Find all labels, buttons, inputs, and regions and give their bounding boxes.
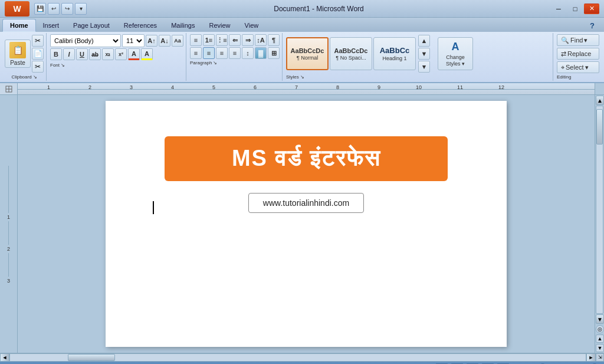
- change-styles-button[interactable]: A ChangeStyles ▾: [438, 37, 473, 70]
- prev-page-button[interactable]: ▲: [596, 335, 604, 343]
- sort-button[interactable]: ↕A: [255, 34, 267, 46]
- decrease-font-button[interactable]: A↓: [159, 35, 170, 47]
- styles-group: AaBbCcDc ¶ Normal AaBbCcDc ¶ No Spaci...…: [284, 33, 553, 81]
- style-no-spacing-label: ¶ No Spaci...: [336, 55, 366, 61]
- doc-scroll-area[interactable]: MS वर्ड इंटरफेस www.tutorialinhindi.com: [18, 95, 595, 353]
- tab-review[interactable]: Review: [202, 19, 237, 32]
- status-bar: Page: 1 of 1 Words: 0 ✓ English (United …: [0, 361, 604, 364]
- tab-mailings[interactable]: Mailings: [164, 19, 202, 32]
- align-left-button[interactable]: ≡: [190, 47, 202, 59]
- paragraph-label[interactable]: Paragraph ↘: [190, 60, 280, 65]
- align-center-button[interactable]: ≡: [203, 47, 215, 59]
- paste-button[interactable]: 📋 Paste: [5, 40, 31, 68]
- font-row-1: Calibri (Body) 11 A↑ A↓ Aa: [50, 34, 183, 47]
- vertical-scrollbar[interactable]: ▲ ▼ ◎ ▲ ▼: [595, 95, 604, 353]
- justify-button[interactable]: ≡: [229, 47, 241, 59]
- customize-qa-button[interactable]: ▾: [75, 3, 87, 15]
- multilevel-list-button[interactable]: ⋮≡: [216, 34, 228, 46]
- style-heading1-button[interactable]: AaBbCc Heading 1: [373, 37, 416, 70]
- bullets-button[interactable]: ≡: [190, 34, 202, 46]
- tab-insert[interactable]: Insert: [36, 19, 67, 32]
- styles-label[interactable]: Styles ↘: [286, 74, 550, 80]
- font-size-select[interactable]: 11: [122, 34, 145, 47]
- replace-icon: ⇄: [561, 50, 566, 58]
- ribbon-content: 📋 Paste ✂ 📄 ✂ Clipboard ↘ Calibri (Body): [0, 32, 604, 82]
- scroll-down-button[interactable]: ▼: [596, 314, 604, 324]
- underline-button[interactable]: U: [76, 48, 88, 60]
- clipboard-label[interactable]: Clipboard ↘: [11, 74, 37, 80]
- window-title: Document1 - Microsoft Word: [274, 5, 364, 13]
- undo-qa-button[interactable]: ↩: [48, 3, 60, 15]
- align-right-button[interactable]: ≡: [216, 47, 228, 59]
- close-button[interactable]: ✕: [584, 4, 599, 14]
- bold-button[interactable]: B: [50, 48, 62, 60]
- document-page[interactable]: MS वर्ड इंटरफेस www.tutorialinhindi.com: [106, 101, 507, 347]
- title-bar-left: W 💾 ↩ ↪ ▾: [5, 1, 87, 17]
- orange-banner: MS वर्ड इंटरफेस: [165, 136, 448, 181]
- styles-scroll-down-button[interactable]: ▼: [418, 48, 430, 60]
- cut-button[interactable]: ✂: [32, 61, 44, 73]
- horizontal-scrollbar: ◄ ► ⇲: [0, 353, 604, 361]
- style-normal-button[interactable]: AaBbCcDc ¶ Normal: [286, 37, 329, 70]
- border-button[interactable]: ⊞: [268, 47, 280, 59]
- text-color-button[interactable]: A: [128, 48, 140, 60]
- editing-label[interactable]: Editing: [557, 74, 599, 80]
- show-marks-button[interactable]: ¶: [268, 34, 280, 46]
- next-page-button[interactable]: ▼: [596, 344, 604, 352]
- tab-references[interactable]: References: [117, 19, 164, 32]
- editing-group: 🔍 Find ▾ ⇄ Replace ⌖ Select ▾ Editing: [554, 33, 602, 81]
- shading-button[interactable]: ▓: [255, 47, 267, 59]
- highlight-button[interactable]: A: [141, 48, 153, 60]
- styles-scroll-up-button[interactable]: ▲: [418, 35, 430, 47]
- style-no-spacing-preview: AaBbCcDc: [334, 47, 368, 54]
- title-bar: W 💾 ↩ ↪ ▾ Document1 - Microsoft Word ─ □…: [0, 0, 604, 18]
- h-scroll-thumb[interactable]: [68, 354, 115, 361]
- font-group: Calibri (Body) 11 A↑ A↓ Aa B I U ab x₂ x…: [48, 33, 186, 81]
- paragraph-group: ≡ 1≡ ⋮≡ ⇐ ⇒ ↕A ¶ ≡ ≡ ≡ ≡ ↕ ▓ ⊞ Paragraph…: [188, 33, 283, 81]
- find-dropdown-icon: ▾: [584, 37, 587, 44]
- clipboard-group: 📋 Paste ✂ 📄 ✂ Clipboard ↘: [2, 33, 47, 81]
- increase-font-button[interactable]: A↑: [146, 35, 157, 47]
- styles-more-button[interactable]: ▾: [418, 61, 430, 73]
- format-painter-button[interactable]: ✂: [32, 35, 44, 47]
- italic-button[interactable]: I: [63, 48, 75, 60]
- browse-by-button[interactable]: ◎: [596, 325, 604, 333]
- scroll-up-button[interactable]: ▲: [596, 96, 604, 105]
- change-styles-label: ChangeStyles ▾: [446, 54, 465, 67]
- decrease-indent-button[interactable]: ⇐: [229, 34, 241, 46]
- minimize-button[interactable]: ─: [551, 4, 566, 14]
- clear-format-button[interactable]: Aa: [172, 35, 183, 47]
- find-button[interactable]: 🔍 Find ▾: [557, 34, 599, 46]
- select-button[interactable]: ⌖ Select ▾: [557, 61, 599, 73]
- paste-icon: 📋: [9, 42, 26, 58]
- subscript-button[interactable]: x₂: [102, 48, 114, 60]
- scroll-left-button[interactable]: ◄: [0, 353, 9, 362]
- font-name-select[interactable]: Calibri (Body): [50, 34, 121, 47]
- save-qa-button[interactable]: 💾: [34, 3, 46, 15]
- resize-corner[interactable]: ⇲: [596, 353, 604, 362]
- line-spacing-button[interactable]: ↕: [242, 47, 254, 59]
- scroll-thumb-v[interactable]: [596, 109, 603, 145]
- help-button[interactable]: ?: [583, 19, 602, 32]
- left-margin-ruler: 1 2 3: [0, 95, 18, 353]
- select-dropdown-icon: ▾: [585, 64, 589, 71]
- replace-button[interactable]: ⇄ Replace: [557, 48, 599, 60]
- numbering-button[interactable]: 1≡: [203, 34, 215, 46]
- font-label[interactable]: Font ↘: [50, 63, 183, 68]
- ruler-corner[interactable]: [0, 83, 18, 95]
- scroll-right-button[interactable]: ►: [586, 353, 596, 362]
- styles-content: AaBbCcDc ¶ Normal AaBbCcDc ¶ No Spaci...…: [286, 34, 550, 73]
- redo-qa-button[interactable]: ↪: [61, 3, 73, 15]
- h-scroll-track: [9, 353, 586, 362]
- tab-page-layout[interactable]: Page Layout: [66, 19, 117, 32]
- increase-indent-button[interactable]: ⇒: [242, 34, 254, 46]
- copy-button[interactable]: 📄: [32, 48, 44, 60]
- office-button[interactable]: W: [5, 1, 29, 17]
- strikethrough-button[interactable]: ab: [89, 48, 101, 60]
- font-row-2: B I U ab x₂ x² A A: [50, 48, 183, 60]
- superscript-button[interactable]: x²: [115, 48, 127, 60]
- maximize-button[interactable]: □: [567, 4, 583, 14]
- style-no-spacing-button[interactable]: AaBbCcDc ¶ No Spaci...: [330, 37, 372, 70]
- tab-view[interactable]: View: [238, 19, 266, 32]
- tab-home[interactable]: Home: [2, 19, 36, 32]
